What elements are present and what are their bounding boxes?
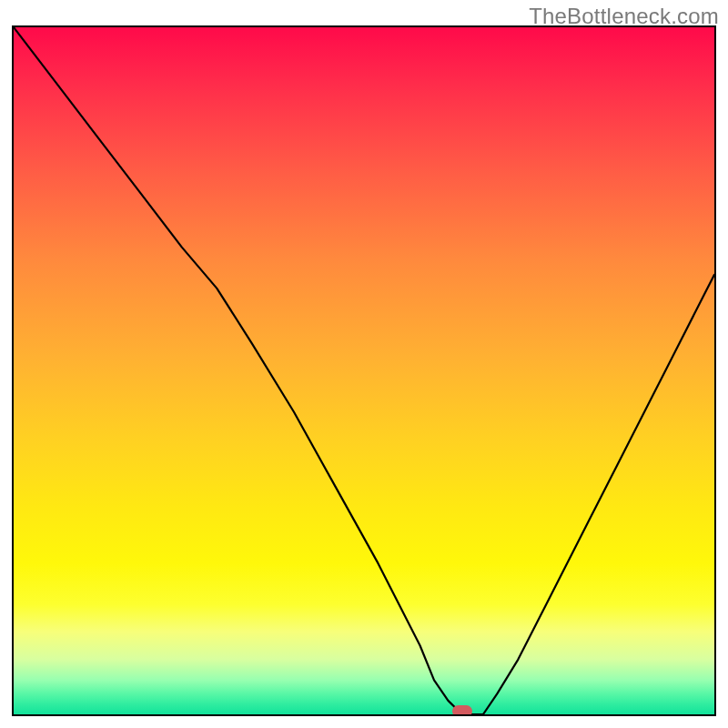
bottleneck-curve — [14, 27, 714, 714]
optimum-marker — [452, 705, 472, 716]
chart-container: TheBottleneck.com — [0, 0, 728, 728]
plot-area — [12, 25, 716, 716]
